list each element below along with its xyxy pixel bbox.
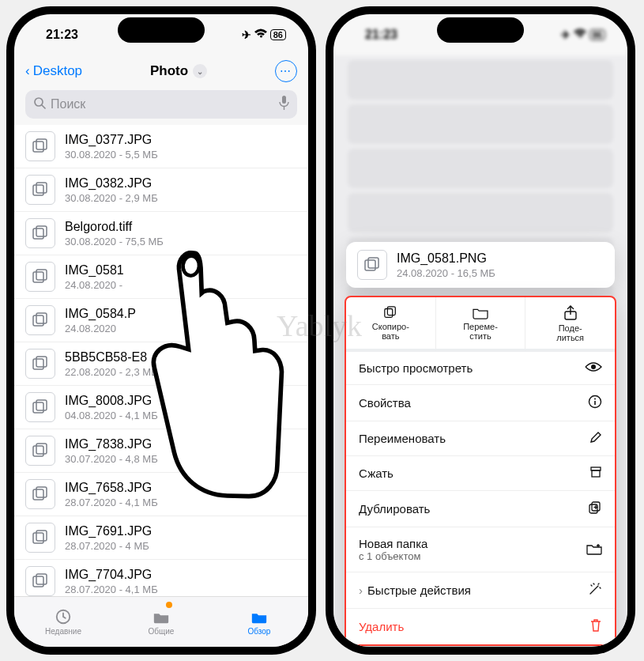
selected-file-meta: 24.08.2020 - 16,5 МБ xyxy=(397,267,495,279)
menu-rename[interactable]: Переименовать xyxy=(346,421,615,456)
svg-rect-28 xyxy=(365,260,375,270)
svg-rect-24 xyxy=(33,576,43,587)
svg-rect-14 xyxy=(33,359,43,369)
nav-bar: ‹ Desktop Photo ⌄ ⋯ xyxy=(14,55,308,87)
file-row[interactable]: IMG_0377.JPG30.08.2020 - 5,5 МБ xyxy=(14,125,308,168)
file-name: IMG_0382.JPG xyxy=(65,176,158,191)
svg-rect-20 xyxy=(33,489,43,500)
menu-info[interactable]: Свойства xyxy=(346,385,615,421)
chevron-left-icon: ‹ xyxy=(25,63,30,79)
svg-rect-22 xyxy=(33,533,43,543)
chevron-down-icon: ⌄ xyxy=(193,64,207,78)
file-name: IMG_0584.P xyxy=(65,307,136,321)
menu-duplicate[interactable]: Дублировать xyxy=(346,491,615,527)
svg-rect-10 xyxy=(33,272,43,282)
svg-rect-15 xyxy=(36,357,47,367)
menu-compress[interactable]: Сжать xyxy=(346,456,615,491)
file-meta: 24.08.2020 - xyxy=(65,279,124,291)
svg-rect-21 xyxy=(36,487,47,497)
status-time: 21:23 xyxy=(46,28,78,42)
phone-left: 21:23 ✈ 86 ‹ Desktop Photo ⌄ ⋯ xyxy=(6,6,316,655)
svg-rect-2 xyxy=(282,96,286,104)
file-name: IMG_0581 xyxy=(65,263,124,278)
back-label: Desktop xyxy=(33,63,82,79)
svg-rect-12 xyxy=(33,315,43,326)
svg-rect-31 xyxy=(388,307,396,315)
file-name: IMG_7691.JPG xyxy=(65,524,152,538)
more-button[interactable]: ⋯ xyxy=(275,60,297,82)
status-time: 21:23 xyxy=(365,28,397,42)
tab-bar: Недавние Общие Обзор xyxy=(14,596,308,647)
screen-left: 21:23 ✈ 86 ‹ Desktop Photo ⌄ ⋯ xyxy=(14,14,308,647)
file-thumb-icon xyxy=(25,523,55,553)
svg-rect-8 xyxy=(33,229,43,239)
pencil-icon xyxy=(589,431,602,446)
wifi-icon xyxy=(254,28,267,41)
tab-shared[interactable]: Общие xyxy=(112,597,210,647)
svg-rect-11 xyxy=(36,270,47,280)
file-meta: 24.08.2020 xyxy=(65,323,136,334)
svg-rect-13 xyxy=(36,313,47,323)
selected-file-name: IMG_0581.PNG xyxy=(397,251,495,266)
file-thumb-icon xyxy=(25,262,55,292)
duplicate-icon xyxy=(588,500,602,517)
file-name: Belgorod.tiff xyxy=(65,220,164,234)
file-thumb-icon xyxy=(25,392,55,422)
file-thumb-icon xyxy=(357,250,387,280)
wand-icon xyxy=(588,582,602,599)
folder-plus-icon xyxy=(586,542,602,557)
airplane-icon: ✈ xyxy=(561,28,571,41)
svg-rect-38 xyxy=(592,470,600,477)
svg-rect-7 xyxy=(36,183,47,193)
svg-rect-29 xyxy=(368,258,378,268)
page-title[interactable]: Photo ⌄ xyxy=(150,63,207,79)
file-row[interactable]: IMG_0382.JPG30.08.2020 - 2,9 МБ xyxy=(14,168,308,212)
svg-rect-23 xyxy=(36,531,47,541)
menu-share[interactable]: Поде- литься xyxy=(525,297,615,349)
svg-line-1 xyxy=(42,105,45,108)
airplane-icon: ✈ xyxy=(242,28,251,41)
file-name: IMG_7704.JPG xyxy=(65,568,158,582)
svg-point-35 xyxy=(594,398,596,400)
menu-delete[interactable]: Удалить xyxy=(346,609,615,644)
mic-icon[interactable] xyxy=(279,96,289,113)
pointing-hand-icon xyxy=(111,245,305,533)
svg-rect-4 xyxy=(33,142,43,152)
selected-file-card[interactable]: IMG_0581.PNG 24.08.2020 - 16,5 МБ xyxy=(346,242,615,288)
wifi-icon xyxy=(574,28,586,41)
file-thumb-icon xyxy=(25,218,55,248)
svg-rect-25 xyxy=(36,574,47,584)
badge-icon xyxy=(166,602,172,608)
tab-recent[interactable]: Недавние xyxy=(14,597,112,647)
menu-newfolder[interactable]: Новая папкас 1 объектом xyxy=(346,527,615,572)
context-menu: Скопиро- вать Переме- стить Поде- литься… xyxy=(345,296,616,646)
search-input[interactable]: Поиск xyxy=(25,90,297,119)
menu-move[interactable]: Переме- стить xyxy=(436,297,526,349)
tab-browse[interactable]: Обзор xyxy=(210,597,308,647)
file-meta: 28.07.2020 - 4,1 МБ xyxy=(65,584,158,595)
dynamic-island xyxy=(118,17,205,43)
archive-icon xyxy=(589,466,602,481)
menu-quickactions[interactable]: ›Быстрые действия xyxy=(346,572,615,609)
back-button[interactable]: ‹ Desktop xyxy=(25,63,82,79)
file-meta: 28.07.2020 - 4 МБ xyxy=(65,540,152,552)
file-thumb-icon xyxy=(25,305,55,335)
file-meta: 30.08.2020 - 5,5 МБ xyxy=(65,149,158,161)
svg-rect-9 xyxy=(36,226,47,236)
file-meta: 30.08.2020 - 2,9 МБ xyxy=(65,192,158,204)
svg-rect-30 xyxy=(385,309,393,318)
file-row[interactable]: IMG_7704.JPG28.07.2020 - 4,1 МБ xyxy=(14,560,308,596)
file-name: IMG_0377.JPG xyxy=(65,133,158,147)
search-placeholder: Поиск xyxy=(51,97,85,111)
phone-right: 21:23 ✈ 86 IMG_0581.PNG 24.08.2020 - 16,… xyxy=(326,6,635,655)
file-thumb-icon xyxy=(25,175,55,205)
info-icon xyxy=(588,395,602,411)
svg-rect-6 xyxy=(33,185,43,195)
menu-quicklook[interactable]: Быстро просмотреть xyxy=(346,352,615,385)
svg-rect-18 xyxy=(33,446,43,456)
file-thumb-icon xyxy=(25,349,55,379)
file-thumb-icon xyxy=(25,131,55,161)
menu-copy[interactable]: Скопиро- вать xyxy=(346,297,436,349)
file-thumb-icon xyxy=(25,479,55,509)
search-icon xyxy=(33,96,46,112)
